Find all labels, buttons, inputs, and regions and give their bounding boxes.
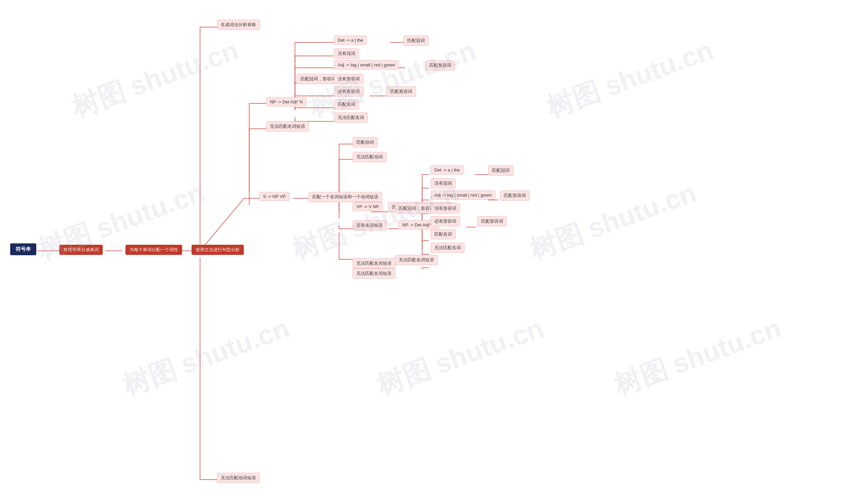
np2-det-match-node: 匹配冠词 xyxy=(488,165,513,176)
watermark-3: 树图 shutu.cn xyxy=(541,32,718,126)
watermark-4: 树图 shutu.cn xyxy=(33,175,209,269)
watermark-7: 树图 shutu.cn xyxy=(118,310,294,404)
assign-node: 为每个单词分配一个词性 xyxy=(125,245,182,255)
np2-adj-match-node: 匹配形容词 xyxy=(500,190,530,201)
np2-more-adj-match-node: 匹配形容词 xyxy=(477,216,507,227)
mind-map: 树图 shutu.cn 树图 shutu.cn 树图 shutu.cn 树图 s… xyxy=(0,0,868,502)
np1-match-n-node: 匹配名词 xyxy=(334,99,359,109)
np1-adj-match-node: 匹配形容词 xyxy=(425,60,455,71)
np2-no-det-node: 没有冠词 xyxy=(431,178,456,188)
match-np-vp-node: 匹配一个名词短语和一个动词短语 xyxy=(309,192,382,202)
s-rule-node: S -> NP VP xyxy=(259,192,290,201)
more-np-node: 还有名词短语 xyxy=(353,220,386,230)
svg-line-7 xyxy=(200,198,244,251)
vp-rule-node: VP -> V NP xyxy=(353,202,383,211)
np1-more-adj-node: 还有形容词 xyxy=(334,86,363,97)
no-verb-node: 无法匹配动词 xyxy=(353,152,386,162)
np1-no-n-node: 无法匹配名词 xyxy=(334,113,368,123)
np1-adj-node: Adj -> big | small | red | green xyxy=(334,60,399,70)
np2-no-adj-node: 没有形容词 xyxy=(431,203,460,213)
split-node: 将符号串分成单词 xyxy=(59,245,103,255)
np2-no-n-node: 无法匹配名词 xyxy=(431,243,465,253)
no-verb-phrase-node: 无法匹配动词短语 xyxy=(217,473,260,483)
np-rule-node: NP -> Det Adj* N xyxy=(266,97,307,106)
np2-no-np-node: 无法匹配名词短语 xyxy=(395,255,438,265)
watermark-8: 树图 shutu.cn xyxy=(372,310,549,404)
np2-det-node: Det -> a | the xyxy=(431,165,464,175)
np1-no-det-node: 没有冠词 xyxy=(334,49,359,59)
match-verb-node: 匹配动词 xyxy=(353,137,378,147)
np1-no-adj-node: 没有形容词 xyxy=(334,74,363,84)
no-np-vp-node: 无法匹配名词短语 xyxy=(353,269,395,279)
gen-table-node: 生成词法分析表格 xyxy=(217,20,260,30)
watermark-9: 树图 shutu.cn xyxy=(609,310,786,404)
no-match-np-node: 无法匹配名词短语 xyxy=(353,258,395,269)
no-np-node: 无法匹配名词短语 xyxy=(266,121,309,132)
np1-det-node: Det -> a | the xyxy=(334,35,367,45)
root-node: 符号串 xyxy=(10,243,36,255)
watermark-6: 树图 shutu.cn xyxy=(525,175,701,269)
np1-more-adj-match-node: 匹配形容词 xyxy=(386,86,416,97)
np2-more-adj-node: 还有形容词 xyxy=(431,216,460,227)
parse-node: 使用文法进行句型分析 xyxy=(192,245,244,255)
watermark-1: 树图 shutu.cn xyxy=(67,32,244,126)
np1-det-match-node: 匹配冠词 xyxy=(403,35,428,46)
np2-adj-node: Adj -> big | small | red | green xyxy=(431,190,495,200)
np2-match-n-node: 匹配名词 xyxy=(431,229,456,239)
